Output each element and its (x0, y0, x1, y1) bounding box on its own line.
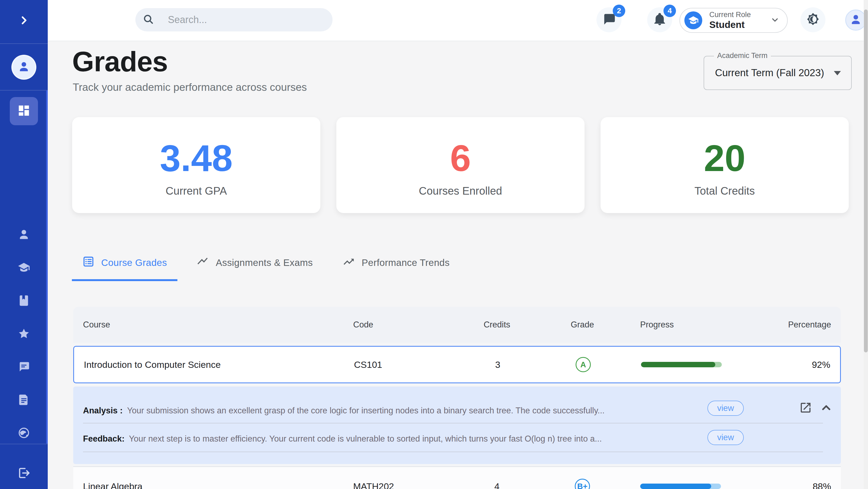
sidebar-divider (0, 444, 48, 444)
sidebar-item-documents[interactable] (18, 394, 30, 406)
tab-course-grades[interactable]: Course Grades (72, 245, 177, 280)
open-in-new-button[interactable] (799, 401, 812, 414)
sidebar-item-web[interactable] (18, 427, 30, 439)
article-icon (18, 394, 30, 406)
theme-brightness-icon (806, 12, 820, 27)
sidebar-item-logout[interactable] (17, 466, 31, 480)
sidebar-item-people[interactable] (18, 228, 30, 241)
analysis-label: Analysis : (83, 406, 123, 416)
column-header-progress: Progress (627, 320, 729, 330)
term-select[interactable]: Academic Term Current Term (Fall 2023) (704, 56, 852, 90)
stat-label: Current GPA (72, 185, 320, 197)
graduation-cap-icon (684, 11, 702, 29)
globe-icon (18, 427, 30, 439)
topbar: 2 4 Current Role Student (48, 0, 868, 41)
search-bar[interactable] (135, 8, 333, 31)
feedback-row: Feedback: Your next step is to master ef… (83, 430, 700, 448)
grade-chip: A (576, 357, 591, 372)
progress-bar (641, 362, 722, 367)
column-header-course: Course (73, 320, 353, 330)
person-icon (18, 60, 30, 74)
book-icon (18, 294, 30, 307)
tab-label: Performance Trends (362, 257, 450, 268)
sidebar-item-messages[interactable] (18, 360, 30, 373)
course-credits: 3 (457, 359, 538, 370)
table-header: Course Code Credits Grade Progress Perce… (73, 307, 841, 343)
grades-table: Course Code Credits Grade Progress Perce… (73, 307, 841, 489)
chevron-down-icon (770, 15, 780, 26)
trending-up-icon (343, 255, 355, 270)
sidebar-item-academics[interactable] (18, 261, 30, 274)
course-percentage: 88% (729, 481, 841, 489)
table-row-math202[interactable]: Linear Algebra MATH202 4 B+ 88% (73, 467, 841, 489)
course-code: MATH202 (353, 481, 456, 489)
collapse-row-button[interactable] (820, 401, 833, 414)
analysis-row: Analysis : Your submission shows an exce… (83, 402, 700, 420)
sidebar-user-avatar[interactable] (11, 55, 36, 80)
list-alt-icon (82, 255, 95, 270)
star-icon (18, 327, 30, 340)
column-header-credits: Credits (456, 320, 538, 330)
role-value: Student (709, 20, 751, 30)
course-detail-panel: Analysis : Your submission shows an exce… (73, 387, 841, 464)
stat-value: 3.48 (72, 137, 320, 180)
messages-button[interactable]: 2 (596, 7, 621, 32)
dashboard-icon (17, 104, 31, 119)
stat-label: Total Credits (600, 185, 849, 197)
open-in-new-icon (799, 411, 812, 415)
chevron-right-icon (19, 22, 29, 27)
sidebar-item-favorites[interactable] (18, 327, 30, 340)
view-feedback-button[interactable]: view (707, 430, 744, 445)
role-texts: Current Role Student (709, 11, 751, 30)
course-name: Linear Algebra (73, 481, 353, 489)
search-icon (135, 13, 154, 26)
stat-value: 6 (336, 137, 585, 180)
sidebar-item-courses[interactable] (18, 294, 30, 307)
column-header-grade: Grade (538, 320, 627, 330)
course-name: Introduction to Computer Science (74, 359, 354, 370)
course-percentage: 92% (730, 359, 840, 370)
person-icon (849, 13, 862, 27)
column-header-code: Code (353, 320, 456, 330)
panel-divider (83, 452, 823, 452)
notifications-button[interactable]: 4 (647, 7, 672, 32)
role-label: Current Role (709, 11, 751, 19)
notifications-badge: 4 (663, 5, 676, 17)
user-avatar[interactable] (845, 9, 866, 31)
page-scrollbar[interactable] (864, 0, 868, 489)
sidebar-item-dashboard[interactable] (10, 97, 38, 125)
grade-cell: B+ (538, 479, 627, 489)
panel-divider (83, 423, 823, 423)
sidebar-divider (0, 43, 48, 44)
caret-down-icon (834, 71, 841, 75)
sidebar-nav (0, 90, 48, 444)
grade-cell: A (538, 357, 628, 372)
course-credits: 4 (456, 481, 538, 489)
chat-icon (18, 360, 30, 373)
grades-page: 2 4 Current Role Student (0, 0, 868, 489)
page-title: Grades (72, 45, 167, 78)
stat-card-courses: 6 Courses Enrolled (336, 117, 585, 213)
tab-label: Assignments & Exams (216, 257, 313, 268)
role-selector[interactable]: Current Role Student (680, 8, 788, 33)
grade-chip: B+ (575, 479, 590, 489)
tabs: Course Grades Assignments & Exams Perfor… (72, 245, 460, 280)
feedback-text: Your next step is to master efficiency. … (129, 434, 601, 444)
chart-line-icon (197, 255, 209, 270)
sidebar-scrollbar[interactable] (46, 90, 48, 444)
search-input[interactable] (167, 14, 320, 26)
term-select-label: Academic Term (714, 52, 771, 60)
sidebar-expand-button[interactable] (19, 15, 29, 27)
progress-cell (627, 484, 729, 489)
page-scrollbar-thumb[interactable] (864, 9, 868, 352)
row-separator (73, 466, 841, 467)
theme-toggle-button[interactable] (801, 7, 826, 32)
view-analysis-button[interactable]: view (707, 401, 744, 416)
table-row-cs101[interactable]: Introduction to Computer Science CS101 3… (73, 346, 841, 383)
progress-cell (628, 362, 730, 367)
tab-label: Course Grades (101, 257, 167, 268)
stat-label: Courses Enrolled (336, 185, 585, 197)
tab-performance-trends[interactable]: Performance Trends (332, 245, 460, 280)
tab-assignments-exams[interactable]: Assignments & Exams (187, 245, 323, 280)
progress-bar-fill (641, 362, 715, 367)
